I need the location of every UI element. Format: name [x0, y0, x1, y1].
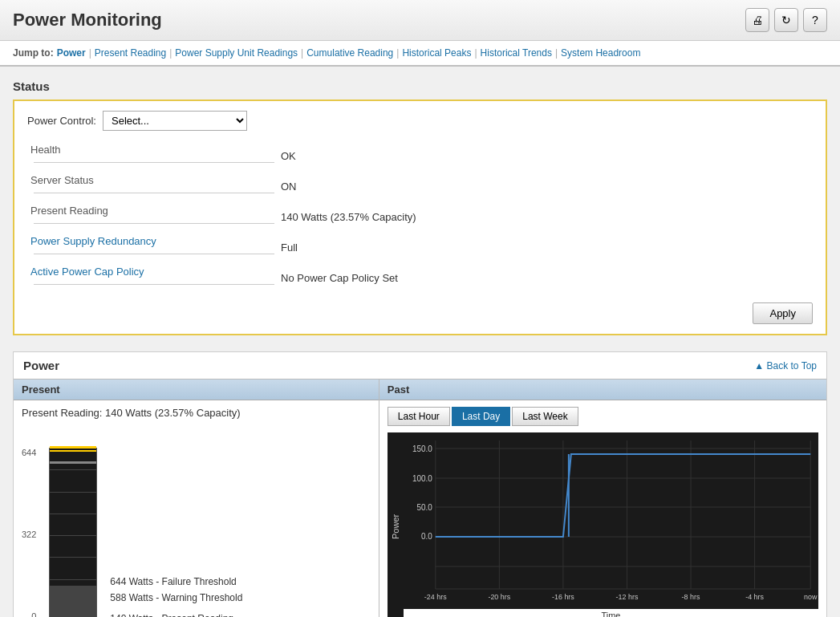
page-header: Power Monitoring 🖨 ↻ ? [0, 0, 840, 41]
status-section: Status Power Control: Select... Power On… [13, 79, 827, 335]
bar-chart-area: 644 322 0 [14, 422, 379, 617]
apply-button[interactable]: Apply [753, 302, 813, 324]
bar-axis: 644 322 0 [22, 448, 36, 617]
bar-present-fill [50, 586, 96, 617]
print-button[interactable]: 🖨 [745, 8, 769, 32]
power-columns: Present Present Reading: 140 Watts (23.5… [14, 379, 826, 617]
status-val-present: 140 Watts (23.57% Capacity) [278, 201, 813, 232]
jump-link-cumulative[interactable]: Cumulative Reading [306, 47, 393, 59]
jump-link-present-reading[interactable]: Present Reading [95, 47, 166, 59]
axis-label-322: 322 [22, 530, 36, 539]
svg-text:-20 hrs: -20 hrs [488, 593, 510, 601]
tab-last-week[interactable]: Last Week [512, 407, 578, 426]
jump-link-historical-peaks[interactable]: Historical Peaks [402, 47, 471, 59]
refresh-button[interactable]: ↻ [774, 8, 798, 32]
chart-x-label: Time [404, 611, 818, 617]
status-row-cap: Active Power Cap Policy No Power Cap Pol… [27, 262, 813, 293]
header-icons: 🖨 ↻ ? [745, 8, 827, 32]
past-col-header: Past [379, 380, 826, 400]
bar-failure-line [50, 446, 96, 449]
present-col-header: Present [14, 380, 379, 400]
bar-gridline-50 [50, 535, 96, 536]
col-present: Present Present Reading: 140 Watts (23.5… [14, 380, 379, 617]
jump-link-power[interactable]: Power [57, 47, 86, 59]
status-key-server: Server Status [27, 171, 278, 201]
jump-bar: Jump to: Power | Present Reading | Power… [0, 41, 840, 67]
tab-last-day[interactable]: Last Day [452, 407, 510, 426]
power-control-row: Power Control: Select... Power On Power … [27, 111, 813, 131]
svg-text:-24 hrs: -24 hrs [424, 593, 447, 601]
status-table: Health OK Server Status ON Present Readi… [27, 140, 813, 293]
status-row-present: Present Reading 140 Watts (23.57% Capaci… [27, 201, 813, 232]
svg-rect-0 [404, 432, 818, 609]
present-reading-text: Present Reading: 140 Watts (23.57% Capac… [14, 400, 379, 422]
status-key-cap: Active Power Cap Policy [27, 262, 278, 293]
power-control-select[interactable]: Select... Power On Power Off Power Cycle [103, 111, 247, 131]
status-section-title: Status [13, 79, 827, 93]
status-row-server: Server Status ON [27, 171, 813, 201]
bar-gridline-87 [50, 469, 96, 470]
present-label: 140 Watts - Present Reading [110, 613, 242, 617]
bar-failure-line2 [50, 450, 96, 452]
status-val-health: OK [278, 140, 813, 171]
bar-wrapper [49, 448, 97, 617]
bar-gridline-25 [50, 579, 96, 580]
bar-labels: 644 Watts - Failure Threshold 588 Watts … [110, 576, 242, 617]
status-key-health: Health [27, 140, 278, 171]
tab-last-hour[interactable]: Last Hour [388, 407, 450, 426]
jump-link-system-headroom[interactable]: System Headroom [561, 47, 640, 59]
bar-warning-line [50, 461, 96, 464]
bar-gridline-75 [50, 492, 96, 493]
chart-y-label: Power [388, 432, 404, 617]
status-val-server: ON [278, 171, 813, 201]
svg-text:150.0: 150.0 [412, 444, 432, 453]
status-row-health: Health OK [27, 140, 813, 171]
svg-text:100.0: 100.0 [412, 474, 432, 483]
axis-label-0: 0 [31, 611, 36, 617]
main-content: Status Power Control: Select... Power On… [0, 67, 840, 617]
jump-link-historical-trends[interactable]: Historical Trends [481, 47, 552, 59]
axis-label-644: 644 [22, 448, 36, 457]
bar-gridline-37 [50, 557, 96, 558]
warning-label: 588 Watts - Warning Threshold [110, 592, 242, 603]
page-title: Power Monitoring [13, 10, 162, 30]
back-to-top-link[interactable]: ▲ Back to Top [754, 360, 817, 371]
status-key-present: Present Reading [27, 201, 278, 232]
bar-gridline-62 [50, 513, 96, 514]
svg-text:50.0: 50.0 [416, 503, 432, 512]
power-control-label: Power Control: [27, 115, 96, 127]
power-supply-redundancy-link[interactable]: Power Supply Redundancy [30, 235, 156, 247]
status-box: Power Control: Select... Power On Power … [13, 99, 827, 335]
power-section-header: Power ▲ Back to Top [14, 352, 826, 379]
col-past: Past Last Hour Last Day Last Week Power [379, 380, 826, 617]
help-button[interactable]: ? [803, 8, 827, 32]
apply-row: Apply [27, 299, 813, 327]
status-val-cap: No Power Cap Policy Set [278, 262, 813, 293]
chart-container: Power [388, 432, 818, 617]
svg-text:-16 hrs: -16 hrs [552, 593, 574, 601]
svg-text:0.0: 0.0 [421, 532, 432, 541]
jump-label: Jump to: [13, 47, 54, 59]
svg-text:-4 hrs: -4 hrs [745, 593, 764, 601]
power-section: Power ▲ Back to Top Present Present Read… [13, 351, 827, 617]
past-content: Last Hour Last Day Last Week Power [379, 400, 826, 617]
status-val-redundancy: Full [278, 232, 813, 262]
status-row-redundancy: Power Supply Redundancy Full [27, 232, 813, 262]
failure-label: 644 Watts - Failure Threshold [110, 576, 242, 587]
bar-container [49, 448, 97, 617]
jump-link-psu-readings[interactable]: Power Supply Unit Readings [175, 47, 298, 59]
svg-text:-8 hrs: -8 hrs [681, 593, 700, 601]
power-section-title: Power [23, 359, 59, 372]
status-key-redundancy: Power Supply Redundancy [27, 232, 278, 262]
chart-svg: 150.0 100.0 50.0 0.0 -24 hrs -20 hrs -16… [404, 432, 818, 609]
chart-area: 150.0 100.0 50.0 0.0 -24 hrs -20 hrs -16… [404, 432, 818, 609]
svg-text:now: now [804, 593, 818, 601]
active-power-cap-link[interactable]: Active Power Cap Policy [30, 266, 144, 278]
svg-text:-12 hrs: -12 hrs [615, 593, 638, 601]
tab-row: Last Hour Last Day Last Week [388, 407, 818, 426]
